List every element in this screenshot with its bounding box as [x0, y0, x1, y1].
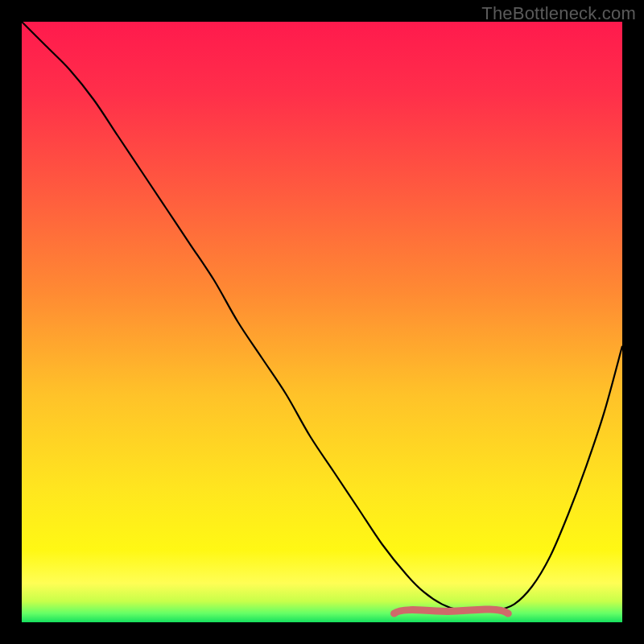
gradient-background: [22, 22, 622, 622]
optimal-band: [394, 609, 509, 613]
bottleneck-chart: [22, 22, 622, 622]
plot-area: [22, 22, 622, 622]
chart-frame: TheBottleneck.com: [0, 0, 644, 644]
